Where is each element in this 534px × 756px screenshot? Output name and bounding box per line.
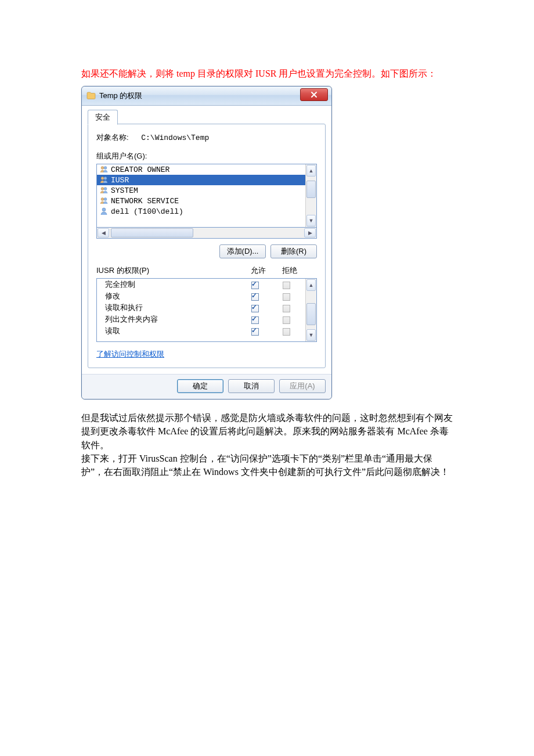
group-icon	[99, 175, 109, 185]
permission-name: 完全控制	[105, 279, 238, 290]
user-row-label: CREATOR OWNER	[111, 165, 169, 174]
user-row-label: dell (T100\dell)	[111, 207, 183, 216]
scroll-up-arrow[interactable]: ▲	[306, 165, 316, 177]
tabstrip: 安全	[88, 109, 326, 124]
dialog-titlebar[interactable]: Temp 的权限	[82, 87, 331, 106]
deny-cell	[272, 327, 301, 336]
permission-row: 列出文件夹内容	[97, 314, 305, 325]
svg-point-2	[101, 177, 104, 180]
user-row[interactable]: dell (T100\dell)	[97, 206, 305, 217]
perms-scroll-track[interactable]	[306, 291, 316, 329]
document-page: 如果还不能解决，则将 temp 目录的权限对 IUSR 用户也设置为完全控制。如…	[0, 0, 534, 756]
deny-checkbox[interactable]	[283, 282, 290, 289]
deny-checkbox[interactable]	[283, 316, 290, 324]
user-row-label: SYSTEM	[111, 186, 138, 195]
svg-point-3	[104, 177, 107, 180]
svg-point-7	[104, 198, 107, 201]
permission-name: 修改	[105, 291, 238, 301]
scroll-track[interactable]	[306, 177, 316, 214]
group-icon	[99, 196, 109, 206]
deny-cell	[272, 304, 301, 312]
svg-point-8	[102, 208, 106, 211]
learn-link[interactable]: 了解访问控制和权限	[96, 349, 164, 359]
permission-row: 读取和执行	[97, 302, 305, 314]
dialog-footer: 确定 取消 应用(A)	[82, 374, 331, 399]
allow-cell	[238, 292, 272, 301]
remove-button[interactable]: 删除(R)	[270, 244, 317, 258]
svg-point-5	[104, 188, 107, 190]
svg-point-0	[101, 167, 104, 170]
group-icon	[99, 186, 109, 195]
allow-checkbox[interactable]	[251, 316, 259, 324]
permissions-dialog: Temp 的权限 安全 对象名称: C:\Windows\Temp 组或用户名(…	[81, 86, 332, 399]
user-icon	[99, 207, 109, 216]
allow-header: 允许	[241, 265, 275, 276]
users-listbox[interactable]: CREATOR OWNERIUSRSYSTEMNETWORK SERVICEde…	[96, 164, 317, 228]
close-icon	[311, 91, 317, 98]
object-name-path: C:\Windows\Temp	[141, 134, 209, 142]
user-row[interactable]: CREATOR OWNER	[97, 164, 305, 175]
hscroll-thumb[interactable]	[111, 228, 193, 237]
allow-checkbox[interactable]	[251, 305, 259, 312]
user-row[interactable]: SYSTEM	[97, 185, 305, 196]
deny-cell	[272, 292, 301, 301]
perms-scroll-up[interactable]: ▲	[306, 279, 316, 291]
permission-name: 读取	[105, 326, 238, 336]
permissions-listbox[interactable]: 完全控制修改读取和执行列出文件夹内容读取 ▲ ▼	[96, 278, 317, 342]
dialog-title: Temp 的权限	[99, 91, 300, 101]
user-row[interactable]: NETWORK SERVICE	[97, 196, 305, 206]
deny-cell	[272, 280, 301, 289]
permission-row: 修改	[97, 290, 305, 302]
tab-security[interactable]: 安全	[88, 110, 118, 125]
allow-checkbox[interactable]	[251, 282, 259, 289]
svg-point-6	[101, 198, 104, 201]
perms-vscrollbar[interactable]: ▲ ▼	[305, 279, 316, 341]
permission-name: 读取和执行	[105, 303, 238, 313]
deny-checkbox[interactable]	[283, 293, 290, 301]
intro-text-red: 如果还不能解决，则将 temp 目录的权限对 IUSR 用户也设置为完全控制。如…	[81, 67, 453, 80]
cancel-button[interactable]: 取消	[228, 379, 275, 393]
body-text: 但是我试过后依然提示那个错误，感觉是防火墙或杀毒软件的问题，这时忽然想到有个网友…	[81, 411, 453, 478]
allow-cell	[238, 304, 272, 312]
deny-checkbox[interactable]	[283, 305, 290, 312]
add-remove-row: 添加(D)... 删除(R)	[96, 244, 317, 258]
user-row[interactable]: IUSR	[97, 175, 305, 185]
permission-name: 列出文件夹内容	[105, 314, 238, 325]
ok-button[interactable]: 确定	[177, 379, 223, 393]
folder-icon	[86, 91, 96, 100]
allow-cell	[238, 327, 272, 336]
object-name-row: 对象名称: C:\Windows\Temp	[96, 132, 317, 143]
users-hscrollbar[interactable]: ◀ ▶	[96, 228, 317, 239]
groups-label: 组或用户名(G):	[96, 151, 317, 161]
tab-panel-security: 对象名称: C:\Windows\Temp 组或用户名(G): CREATOR …	[88, 124, 326, 368]
allow-cell	[238, 280, 272, 289]
permission-row: 完全控制	[97, 279, 305, 290]
apply-button[interactable]: 应用(A)	[279, 379, 326, 393]
svg-point-1	[104, 167, 107, 170]
deny-cell	[272, 315, 301, 324]
dialog-body: 安全 对象名称: C:\Windows\Temp 组或用户名(G): CREAT…	[82, 106, 331, 374]
deny-checkbox[interactable]	[283, 328, 290, 336]
group-icon	[99, 165, 109, 174]
hscroll-left-arrow[interactable]: ◀	[98, 228, 109, 237]
scroll-down-arrow[interactable]: ▼	[306, 215, 316, 226]
perms-scroll-down[interactable]: ▼	[306, 329, 316, 341]
perms-scroll-thumb[interactable]	[306, 303, 316, 325]
users-vscrollbar[interactable]: ▲ ▼	[305, 164, 316, 227]
user-row-label: NETWORK SERVICE	[111, 197, 179, 206]
hscroll-track[interactable]	[110, 228, 304, 238]
user-row-label: IUSR	[111, 176, 129, 185]
permissions-header: IUSR 的权限(P) 允许 拒绝	[96, 265, 317, 276]
allow-cell	[238, 315, 272, 324]
add-button[interactable]: 添加(D)...	[219, 244, 266, 258]
object-name-label: 对象名称:	[96, 133, 129, 142]
permission-row: 读取	[97, 325, 305, 337]
hscroll-right-arrow[interactable]: ▶	[304, 228, 316, 237]
svg-point-4	[101, 188, 104, 190]
deny-header: 拒绝	[275, 265, 304, 276]
close-button[interactable]	[300, 88, 328, 101]
allow-checkbox[interactable]	[251, 293, 259, 301]
allow-checkbox[interactable]	[251, 328, 259, 336]
permissions-for-label: IUSR 的权限(P)	[96, 265, 149, 276]
scroll-thumb[interactable]	[306, 181, 316, 198]
